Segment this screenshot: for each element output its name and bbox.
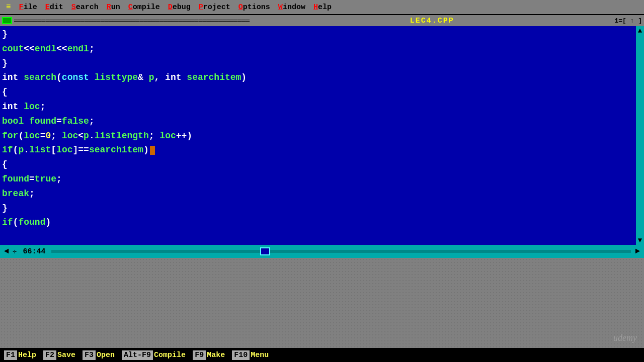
code-line-10: { — [2, 157, 634, 172]
title-icon — [2, 17, 12, 24]
code-line-1: } — [2, 27, 634, 42]
code-line-7: bool found=false; — [2, 114, 634, 129]
menu-edit[interactable]: Edit — [41, 2, 67, 13]
watermark: udemy — [613, 333, 637, 343]
title-separator-left: ════════════════════════════════════════… — [14, 17, 250, 25]
fn-key-f3[interactable]: F3 — [83, 350, 96, 360]
scroll-down-arrow[interactable]: ▼ — [638, 236, 642, 245]
status-left-marker: ✛ — [13, 247, 17, 255]
scrollbar-right[interactable]: ▲ ▼ — [636, 26, 644, 245]
code-line-14: if(found) — [2, 215, 634, 230]
scroll-track[interactable] — [636, 35, 643, 236]
fn-label-help: Help — [18, 351, 36, 359]
function-key-bar: F1 Help F2 Save F3 Open Alt-F9 Compile F… — [0, 348, 644, 362]
title-left: ════════════════════════════════════════… — [2, 17, 250, 25]
code-line-12: break; — [2, 187, 634, 201]
menu-debug[interactable]: Debug — [164, 2, 195, 13]
menu-compile[interactable]: Compile — [124, 2, 164, 13]
cursor-position: 66:44 — [23, 247, 45, 256]
code-line-9: if(p.list[loc]==searchitem) — [2, 143, 634, 157]
menu-bar: ≡ File Edit Search Run Compile Debug Pro… — [0, 0, 644, 14]
menu-file[interactable]: File — [15, 2, 41, 13]
code-line-8: for(loc=0; loc<p.listlength; loc++) — [2, 129, 634, 143]
fn-key-altf9[interactable]: Alt-F9 — [122, 350, 153, 360]
code-editor[interactable]: ▲ ▼ } cout<<endl<<endl; } int search(con… — [0, 26, 644, 245]
status-bar: ◄ ✛ 66:44 ► — [0, 245, 644, 258]
fn-label-save: Save — [57, 351, 75, 359]
menu-run[interactable]: Run — [103, 2, 124, 13]
fn-key-f1[interactable]: F1 — [4, 350, 17, 360]
scroll-up-arrow[interactable]: ▲ — [638, 26, 642, 35]
code-content: } cout<<endl<<endl; } int search(const l… — [0, 26, 644, 231]
fn-label-menu: Menu — [251, 351, 269, 359]
fn-label-compile: Compile — [154, 351, 186, 359]
fn-key-f2[interactable]: F2 — [43, 350, 56, 360]
status-arrow-right[interactable]: ► — [635, 247, 640, 256]
code-line-2: cout<<endl<<endl; — [2, 42, 634, 56]
code-line-4: int search(const listtype& p, int search… — [2, 70, 634, 85]
menu-project[interactable]: Project — [195, 2, 234, 13]
code-line-11: found=true; — [2, 172, 634, 187]
title-right-indicator: 1=[ ↑ ] — [614, 17, 642, 25]
scroll-slider-thumb[interactable] — [260, 247, 270, 255]
fn-label-open: Open — [97, 351, 115, 359]
menu-options[interactable]: Options — [234, 2, 274, 13]
fn-key-f10[interactable]: F10 — [232, 350, 250, 360]
fn-key-f9[interactable]: F9 — [193, 350, 206, 360]
desktop-area: udemy — [0, 258, 644, 348]
editor-title: LEC4.CPP — [250, 17, 614, 25]
hamburger-icon[interactable]: ≡ — [2, 2, 15, 13]
code-line-6: int loc; — [2, 100, 634, 114]
cursor — [150, 146, 155, 155]
menu-window[interactable]: Window — [274, 2, 309, 13]
menu-search[interactable]: Search — [67, 2, 103, 13]
status-arrow-left[interactable]: ◄ — [4, 247, 9, 256]
title-bar: ════════════════════════════════════════… — [0, 14, 644, 26]
menu-help[interactable]: Help — [309, 2, 336, 13]
fn-label-make: Make — [207, 351, 225, 359]
code-line-3: } — [2, 56, 634, 71]
scroll-slider-track[interactable] — [51, 250, 631, 253]
code-line-5: { — [2, 85, 634, 100]
code-line-13: } — [2, 201, 634, 216]
